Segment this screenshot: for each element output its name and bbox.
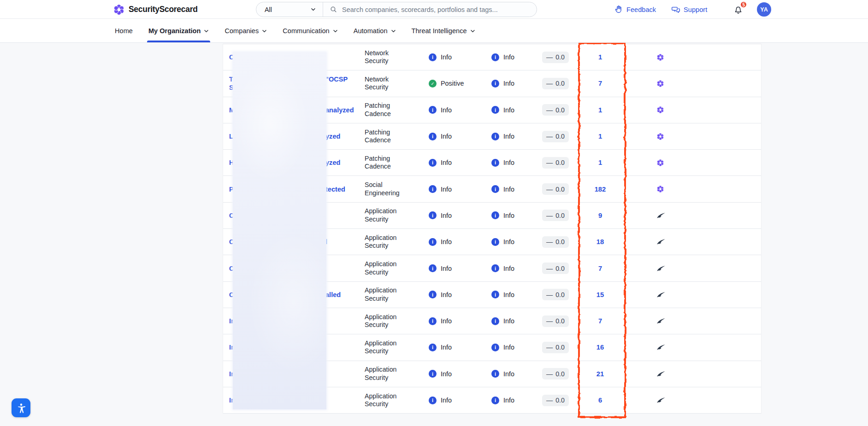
source-icon bbox=[656, 397, 666, 403]
severity-badge: i Info bbox=[422, 387, 485, 413]
findings-count-link[interactable]: 21 bbox=[577, 361, 623, 387]
findings-count-link[interactable]: 182 bbox=[577, 176, 623, 202]
factor-label: Application Security bbox=[365, 334, 422, 360]
source-icon bbox=[656, 292, 666, 298]
severity-badge: i Info bbox=[422, 97, 485, 123]
severity-icon: i bbox=[429, 291, 437, 298]
chevron-down-icon bbox=[262, 29, 267, 33]
severity-icon: i bbox=[429, 397, 437, 404]
score-pill: —0.0 bbox=[542, 52, 569, 63]
notifications-badge: 5 bbox=[740, 1, 747, 8]
findings-count-link[interactable]: 9 bbox=[577, 203, 623, 228]
score-pill: —0.0 bbox=[542, 104, 569, 116]
score-pill: —0.0 bbox=[542, 395, 569, 406]
factor-label: Application Security bbox=[365, 255, 422, 281]
factor-label: Application Security bbox=[365, 387, 422, 413]
findings-count-link[interactable]: 6 bbox=[577, 387, 623, 413]
info-icon: i bbox=[491, 185, 499, 193]
severity-icon: i bbox=[429, 370, 437, 378]
severity-badge: i Info bbox=[422, 203, 485, 228]
source-icon bbox=[656, 371, 666, 377]
breakdown-badge: i Info bbox=[485, 387, 542, 413]
findings-count-link[interactable]: 7 bbox=[577, 70, 623, 96]
source-icon bbox=[656, 239, 666, 245]
nav-item-automation[interactable]: Automation bbox=[352, 19, 397, 42]
score-pill: —0.0 bbox=[542, 368, 569, 379]
feedback-link[interactable]: Feedback bbox=[614, 5, 656, 14]
accessibility-widget-button[interactable] bbox=[12, 398, 30, 417]
severity-badge: i Info bbox=[422, 176, 485, 202]
breakdown-badge: i Info bbox=[485, 176, 542, 202]
support-link[interactable]: Support bbox=[671, 5, 707, 14]
notifications-button[interactable]: 5 bbox=[733, 4, 743, 15]
factor-label: Application Security bbox=[365, 308, 422, 334]
severity-badge: i Info bbox=[422, 334, 485, 360]
source-icon bbox=[656, 53, 664, 61]
nav-item-my-organization[interactable]: My Organization bbox=[147, 19, 211, 42]
severity-badge: i Info bbox=[422, 255, 485, 281]
global-search: All bbox=[256, 2, 537, 17]
source-icon bbox=[656, 265, 666, 272]
severity-badge: i Info bbox=[422, 44, 485, 70]
factor-label: Network Security bbox=[365, 70, 422, 96]
nav-item-communication[interactable]: Communication bbox=[281, 19, 339, 42]
findings-count-link[interactable]: 18 bbox=[577, 229, 623, 255]
nav-item-threat-intelligence[interactable]: Threat Intelligence bbox=[410, 19, 477, 42]
findings-count-link[interactable]: 7 bbox=[577, 308, 623, 334]
nav-item-companies[interactable]: Companies bbox=[223, 19, 268, 42]
severity-icon: i bbox=[429, 264, 437, 272]
source-icon bbox=[656, 185, 664, 193]
findings-count-link[interactable]: 16 bbox=[577, 334, 623, 360]
score-pill: —0.0 bbox=[542, 183, 569, 195]
info-icon: i bbox=[491, 159, 499, 167]
findings-count-link[interactable]: 7 bbox=[577, 255, 623, 281]
app-logo[interactable]: SecurityScorecard bbox=[113, 0, 198, 19]
findings-count-link[interactable]: 1 bbox=[577, 97, 623, 123]
info-icon: i bbox=[491, 133, 499, 140]
top-header: SecurityScorecard All Feedback Support 5… bbox=[0, 0, 868, 19]
info-icon: i bbox=[491, 53, 499, 61]
chevron-down-icon bbox=[391, 29, 396, 33]
score-pill: —0.0 bbox=[542, 342, 569, 353]
findings-count-link[interactable]: 15 bbox=[577, 282, 623, 308]
chat-icon bbox=[671, 5, 680, 14]
chevron-down-icon bbox=[311, 8, 316, 11]
source-icon bbox=[656, 80, 664, 88]
severity-badge: i Info bbox=[422, 123, 485, 149]
breakdown-badge: i Info bbox=[485, 334, 542, 360]
factor-label: Social Engineering bbox=[365, 176, 422, 202]
redaction-overlay bbox=[233, 52, 326, 409]
severity-badge: i Info bbox=[422, 282, 485, 308]
score-pill: —0.0 bbox=[542, 236, 569, 248]
search-scope-value: All bbox=[265, 6, 272, 13]
info-icon: i bbox=[491, 291, 499, 298]
severity-badge: ✓ Positive bbox=[422, 70, 485, 96]
findings-count-link[interactable]: 1 bbox=[577, 44, 623, 70]
source-icon bbox=[656, 133, 664, 140]
severity-badge: i Info bbox=[422, 150, 485, 175]
score-pill: —0.0 bbox=[542, 157, 569, 169]
findings-count-link[interactable]: 1 bbox=[577, 150, 623, 175]
support-label: Support bbox=[684, 6, 707, 13]
chevron-down-icon bbox=[204, 29, 209, 33]
breakdown-badge: i Info bbox=[485, 308, 542, 334]
breakdown-badge: i Info bbox=[485, 361, 542, 387]
nav-item-home[interactable]: Home bbox=[113, 19, 134, 42]
info-icon: i bbox=[491, 106, 499, 114]
factor-label: Application Security bbox=[365, 282, 422, 308]
severity-icon: i bbox=[429, 238, 437, 246]
main-nav: Home My Organization Companies Communica… bbox=[0, 19, 868, 43]
search-input[interactable] bbox=[342, 6, 537, 13]
user-avatar[interactable]: YA bbox=[757, 2, 771, 17]
search-scope-dropdown[interactable]: All bbox=[256, 2, 323, 17]
score-pill: —0.0 bbox=[542, 289, 569, 300]
breakdown-badge: i Info bbox=[485, 97, 542, 123]
findings-count-link[interactable]: 1 bbox=[577, 123, 623, 149]
search-icon bbox=[330, 6, 337, 13]
info-icon: i bbox=[491, 211, 499, 219]
chevron-down-icon bbox=[333, 29, 338, 33]
factor-label: Network Security bbox=[365, 44, 422, 70]
source-icon bbox=[656, 344, 666, 350]
factor-label: Application Security bbox=[365, 203, 422, 228]
score-pill: —0.0 bbox=[542, 210, 569, 221]
